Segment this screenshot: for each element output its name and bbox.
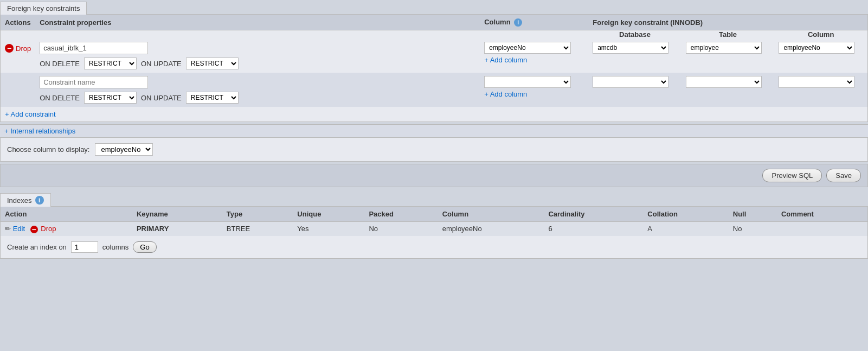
database-select-2[interactable] <box>593 76 668 88</box>
fk-tab: Foreign key constraints <box>0 2 87 15</box>
idx-row1-null: No <box>729 222 777 236</box>
fk-subheader-database: Database <box>588 30 681 39</box>
constraint-name-input-1[interactable] <box>40 42 148 54</box>
idx-packed-val-1: No <box>369 225 378 233</box>
fk-subheader-empty2 <box>35 30 480 39</box>
add-constraint-link[interactable]: + Add constraint <box>1 107 867 122</box>
fkcolumn-select-1[interactable]: employeeNo <box>779 42 854 54</box>
idx-row1-column: employeeNo <box>438 222 544 236</box>
fk-header-constraint-props: Constraint properties <box>35 15 480 30</box>
column-info-icon[interactable]: i <box>514 18 522 27</box>
fk-content: Actions Constraint properties Column i F… <box>0 14 868 122</box>
fk-row-2: ON DELETE RESTRICT CASCADE SET NULL NO A… <box>1 73 867 107</box>
fk-subheader-empty1 <box>1 30 35 39</box>
indexes-header-row: Action Keyname Type Unique Packed <box>1 207 867 222</box>
idx-row1-action: ✏ Edit Drop <box>1 222 132 236</box>
indexes-section: Action Keyname Type Unique Packed <box>0 206 868 259</box>
idx-header-column: Column <box>438 207 544 222</box>
main-container: Foreign key constraints Actions Constrai… <box>0 0 868 259</box>
fk-row2-actions <box>1 73 35 107</box>
idx-row1-comment <box>777 222 867 236</box>
fk-header-column: Column i <box>480 15 588 30</box>
fk-row2-column: + Add column <box>480 73 588 107</box>
fk-header-innodb: Foreign key constraint (INNODB) <box>588 15 867 30</box>
column-select-2[interactable] <box>484 76 571 88</box>
table-select-2[interactable] <box>686 76 762 88</box>
idx-keyname-val-1: PRIMARY <box>137 225 169 233</box>
idx-row1-keyname: PRIMARY <box>132 222 222 236</box>
database-select-1[interactable]: amcdb <box>593 42 668 54</box>
idx-header-cardinality: Cardinality <box>544 207 643 222</box>
idx-header-keyname: Keyname <box>132 207 222 222</box>
fk-subheader-empty3 <box>480 30 588 39</box>
idx-row1-cardinality: 6 <box>544 222 643 236</box>
idx-header-comment: Comment <box>777 207 867 222</box>
create-index-label-before: Create an index on <box>7 243 67 251</box>
on-delete-select-1[interactable]: RESTRICT CASCADE SET NULL NO ACTION <box>84 58 137 69</box>
idx-cardinality-val-1: 6 <box>548 225 552 233</box>
save-button[interactable]: Save <box>826 169 861 182</box>
on-update-select-2[interactable]: RESTRICT CASCADE SET NULL NO ACTION <box>186 92 239 104</box>
fk-tab-row: Foreign key constraints <box>0 0 868 14</box>
choose-col-label: Choose column to display: <box>7 145 89 154</box>
idx-row1-unique: Yes <box>293 222 364 236</box>
idx-header-unique: Unique <box>293 207 364 222</box>
idx-header-null: Null <box>729 207 777 222</box>
indexes-section-wrapper: Indexes i Action Keyname Type <box>0 192 868 259</box>
preview-sql-button[interactable]: Preview SQL <box>762 169 822 182</box>
table-select-1[interactable]: employee <box>686 42 762 54</box>
fk-section: Foreign key constraints Actions Constrai… <box>0 0 868 137</box>
fk-row1-constraint: ON DELETE RESTRICT CASCADE SET NULL NO A… <box>35 39 480 73</box>
fk-table: Actions Constraint properties Column i F… <box>1 15 867 107</box>
fk-row2-on-delete-update: ON DELETE RESTRICT CASCADE SET NULL NO A… <box>40 92 475 104</box>
fk-row1-table: employee <box>681 39 775 73</box>
create-index-input[interactable] <box>71 241 98 253</box>
fkcolumn-select-2[interactable] <box>779 76 854 88</box>
on-update-select-1[interactable]: RESTRICT CASCADE SET NULL NO ACTION <box>186 58 239 69</box>
idx-drop-label-1: Drop <box>41 225 56 233</box>
idx-row1-type: BTREE <box>222 222 293 236</box>
add-column-link-2[interactable]: + Add column <box>484 90 584 98</box>
idx-header-collation: Collation <box>643 207 728 222</box>
on-update-label-2: ON UPDATE <box>141 94 182 102</box>
action-bar: Preview SQL Save <box>0 164 868 187</box>
add-column-link-1[interactable]: + Add column <box>484 56 584 64</box>
on-delete-select-2[interactable]: RESTRICT CASCADE SET NULL NO ACTION <box>84 92 137 104</box>
fk-row1-on-delete-update: ON DELETE RESTRICT CASCADE SET NULL NO A… <box>40 58 475 69</box>
idx-edit-link-1[interactable]: Edit <box>13 225 25 233</box>
fk-row2-database <box>588 73 681 107</box>
on-delete-label-1: ON DELETE <box>40 60 80 68</box>
column-select-1[interactable]: employeeNo <box>484 42 571 54</box>
fk-row1-column: employeeNo + Add column <box>480 39 588 73</box>
drop-label-1: Drop <box>16 44 31 53</box>
go-button[interactable]: Go <box>133 241 156 253</box>
drop-button-1[interactable]: Drop <box>5 44 31 53</box>
indexes-table: Action Keyname Type Unique Packed <box>1 207 867 236</box>
idx-row1-packed: No <box>364 222 438 236</box>
fk-subheader-row: Database Table Column <box>1 30 867 39</box>
idx-column-val-1: employeeNo <box>442 225 482 233</box>
constraint-name-input-2[interactable] <box>40 76 148 88</box>
fk-row-1: Drop ON DELETE RESTRICT CASCADE <box>1 39 867 73</box>
on-update-label-1: ON UPDATE <box>141 60 182 68</box>
indexes-tab: Indexes i <box>0 193 51 207</box>
fk-row1-database: amcdb <box>588 39 681 73</box>
indexes-row-1: ✏ Edit Drop PRIMARY BTREE Yes <box>1 222 867 236</box>
indexes-tab-row: Indexes i <box>0 192 868 206</box>
idx-collation-val-1: A <box>647 225 652 233</box>
choose-col-select[interactable]: employeeNo <box>95 143 153 156</box>
idx-header-action: Action <box>1 207 132 222</box>
fk-row2-table <box>681 73 775 107</box>
idx-drop-icon-1 <box>30 226 38 233</box>
idx-null-val-1: No <box>733 225 742 233</box>
edit-pencil-icon: ✏ <box>5 225 11 233</box>
fk-row1-fkcolumn: employeeNo <box>774 39 867 73</box>
fk-row1-constraint-inner: ON DELETE RESTRICT CASCADE SET NULL NO A… <box>40 42 475 69</box>
fk-subheader-table: Table <box>681 30 775 39</box>
on-delete-label-2: ON DELETE <box>40 94 80 102</box>
internal-relationships-link[interactable]: + Internal relationships <box>0 124 868 137</box>
fk-tab-label: Foreign key constraints <box>7 4 80 12</box>
fk-header-row: Actions Constraint properties Column i F… <box>1 15 867 30</box>
fk-subheader-column: Column <box>774 30 867 39</box>
indexes-info-icon[interactable]: i <box>35 196 44 205</box>
